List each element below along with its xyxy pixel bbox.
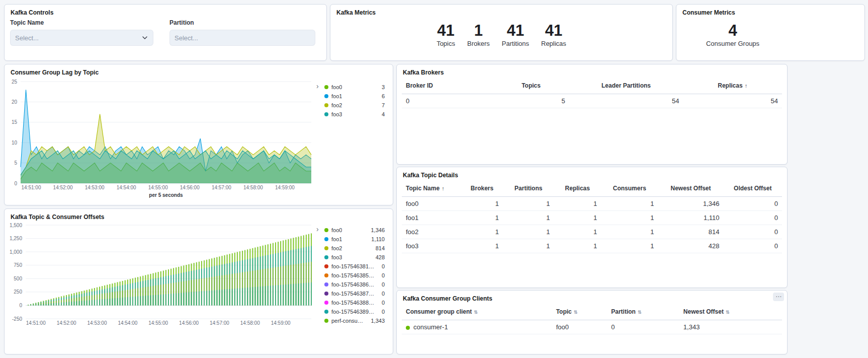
table-row: consumer-1foo001,343	[402, 320, 782, 334]
topic-name-select[interactable]: Select...	[10, 30, 153, 46]
series-name: foo2	[331, 245, 342, 251]
series-name: foo3	[331, 111, 342, 117]
legend-item[interactable]: foo2814	[324, 245, 385, 252]
panel-kafka-topic-details: Kafka Topic Details Topic Name↑BrokersPa…	[396, 167, 788, 288]
svg-text:per 5 seconds: per 5 seconds	[149, 192, 183, 198]
series-color-dot-icon	[324, 246, 328, 250]
column-header-broker-id[interactable]: Broker ID	[402, 78, 493, 94]
legend-item[interactable]: foo3428	[324, 254, 385, 261]
table-cell: 1,343	[679, 320, 782, 334]
series-current-value: 0	[378, 300, 385, 306]
topic-name-field-group: Topic Name Select...	[10, 19, 153, 46]
sort-asc-icon: ↑	[442, 185, 445, 191]
legend-item[interactable]: foo11,110	[324, 236, 385, 243]
table-cell: consumer-1	[402, 320, 552, 334]
table-row: foo311114280	[402, 239, 782, 253]
panel-consumer-group-lag: Consumer Group Lag by Topic 051015202514…	[4, 64, 393, 205]
column-header-consumers[interactable]: Consumers	[601, 180, 658, 197]
legend-item[interactable]: foo-1575463813-60…0	[324, 263, 385, 270]
panel-title: Kafka Controls	[11, 9, 53, 16]
svg-text:15: 15	[12, 119, 18, 125]
column-header-partition[interactable]: Partition⇅	[607, 304, 679, 320]
column-header-topic-name[interactable]: Topic Name↑	[402, 180, 461, 197]
svg-text:14:57:00: 14:57:00	[210, 320, 229, 326]
panel-options-button[interactable]: ⋯	[773, 293, 784, 301]
stat-consumer-groups: 4 Consumer Groups	[706, 23, 759, 48]
column-header-replicas[interactable]: Replicas	[554, 180, 601, 197]
lag-chart-plot[interactable]: 051015202514:51:0014:52:0014:53:0014:54:…	[7, 77, 315, 202]
table-cell: 0	[724, 225, 782, 239]
series-name: foo1	[331, 236, 342, 242]
legend-item[interactable]: perf-consumer-…1,343	[324, 317, 385, 324]
legend-item[interactable]: foo16	[324, 93, 385, 100]
series-current-value: 4	[378, 111, 385, 117]
stat-label: Topics	[437, 40, 455, 47]
column-header-partitions[interactable]: Partitions	[503, 180, 554, 197]
consumer-metrics-stats: 4 Consumer Groups	[676, 5, 864, 60]
table-row: foo211118140	[402, 225, 782, 239]
column-header-leader-partitions[interactable]: Leader Partitions	[569, 78, 683, 94]
panel-title: Kafka Topic & Consumer Offsets	[11, 213, 104, 221]
legend-toggle-icon[interactable]: ›	[316, 83, 319, 90]
series-current-value: 1,110	[367, 236, 385, 242]
column-header-consumer-group-client[interactable]: Consumer group client⇅	[402, 304, 552, 320]
legend-item[interactable]: foo27	[324, 102, 385, 109]
sortable-icon: ⇅	[726, 310, 730, 315]
series-color-dot-icon	[324, 85, 328, 89]
legend-item[interactable]: foo34	[324, 111, 385, 118]
table-cell: 1	[554, 211, 601, 225]
offsets-chart-legend: foo01,346foo11,110foo2814foo3428foo-1575…	[324, 227, 385, 324]
stat-replicas: 41 Replicas	[541, 23, 566, 48]
table-cell: 54	[569, 94, 683, 108]
table-cell: 1	[554, 197, 601, 211]
legend-item[interactable]: foo-1575463857-85…0	[324, 272, 385, 279]
legend-item[interactable]: foo-1575463888-57…0	[324, 299, 385, 306]
column-header-oldest-offset[interactable]: Oldest Offset	[724, 180, 782, 197]
sort-asc-icon: ↑	[745, 83, 748, 89]
stat-value: 41	[502, 23, 529, 39]
column-header-newest-offset[interactable]: Newest Offset⇅	[679, 304, 782, 320]
stat-label: Replicas	[541, 40, 566, 47]
svg-text:20: 20	[12, 99, 18, 105]
legend-item[interactable]: foo03	[324, 84, 385, 91]
column-header-brokers[interactable]: Brokers	[461, 180, 503, 197]
series-current-value: 0	[378, 291, 385, 297]
stat-brokers: 1 Brokers	[467, 23, 490, 48]
svg-text:14:59:00: 14:59:00	[275, 185, 295, 190]
svg-text:14:51:00: 14:51:00	[26, 320, 46, 326]
table-cell: 0	[724, 197, 782, 211]
panel-kafka-metrics: Kafka Metrics 41 Topics 1 Brokers 41 Par…	[330, 4, 673, 61]
legend-item[interactable]: foo01,346	[324, 227, 385, 234]
sortable-icon: ⇅	[574, 310, 578, 315]
offsets-chart-plot[interactable]: -25002505007501,0001,2501,50014:51:0014:…	[7, 221, 316, 331]
table-cell: 5	[493, 94, 569, 108]
legend-toggle-icon[interactable]: ›	[316, 226, 319, 233]
table-row: 055454	[402, 94, 782, 108]
partition-label: Partition	[169, 19, 315, 26]
series-current-value: 1,343	[367, 318, 385, 324]
column-header-newest-offset[interactable]: Newest Offset	[658, 180, 724, 197]
series-name: foo-1575463868-116…	[331, 281, 377, 288]
svg-text:750: 750	[14, 262, 22, 268]
table-cell: 1,110	[658, 211, 724, 225]
partition-select[interactable]: Select...	[169, 30, 315, 46]
svg-text:14:57:00: 14:57:00	[212, 185, 231, 190]
svg-text:14:52:00: 14:52:00	[57, 320, 76, 326]
kafka-metrics-stats: 41 Topics 1 Brokers 41 Partitions 41 Rep…	[330, 5, 672, 60]
svg-text:14:58:00: 14:58:00	[243, 185, 263, 190]
column-header-topic[interactable]: Topic⇅	[552, 304, 607, 320]
svg-text:0: 0	[19, 303, 22, 308]
column-header-topics[interactable]: Topics	[493, 78, 569, 94]
svg-text:14:54:00: 14:54:00	[118, 320, 137, 326]
table-cell: foo1	[402, 211, 461, 225]
table-cell: 1	[601, 239, 658, 253]
column-header-replicas[interactable]: Replicas↑	[683, 78, 782, 94]
health-dot-icon	[406, 326, 410, 330]
legend-item[interactable]: foo-1575463898-70…0	[324, 308, 385, 315]
svg-text:-250: -250	[12, 316, 22, 322]
svg-text:14:52:00: 14:52:00	[53, 185, 73, 190]
legend-item[interactable]: foo-1575463868-116…0	[324, 281, 385, 288]
table-cell: 1	[554, 239, 601, 253]
legend-item[interactable]: foo-1575463878-32…0	[324, 290, 385, 297]
stat-label: Consumer Groups	[706, 40, 759, 47]
